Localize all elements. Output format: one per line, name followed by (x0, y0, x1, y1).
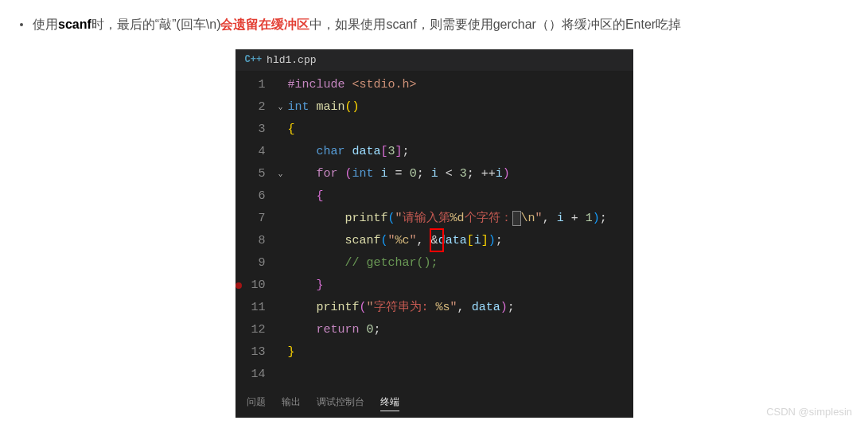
bullet-dot (20, 23, 23, 26)
tab-debug-console[interactable]: 调试控制台 (317, 395, 364, 411)
text-scanf: scanf (58, 18, 91, 31)
line-number: 13 (235, 341, 266, 364)
line-number: 1 (235, 74, 266, 96)
code-line-13[interactable]: } (288, 341, 633, 364)
breakpoint-indicator[interactable] (235, 282, 242, 289)
text-pre: 使用 (33, 18, 58, 31)
panel-tabs: 问题 输出 调试控制台 终端 (235, 389, 633, 418)
code-line-3[interactable]: { (288, 119, 633, 141)
line-number: 9 (235, 252, 266, 274)
fold-chevron-icon[interactable]: ⌄ (274, 96, 288, 119)
line-number-gutter: 1 2 3 4 5 6 7 8 9 10 11 12 13 14 (235, 71, 274, 389)
code-line-2[interactable]: int main() (288, 96, 633, 119)
code-line-7[interactable]: printf("请输入第%d个字符： \n", i + 1); (288, 208, 633, 230)
fold-gutter: ⌄ ⌄ (274, 71, 288, 389)
bullet-text: 使用scanf时，最后的“敲”(回车\n)会遗留在缓冲区中，如果使用scanf，… (33, 14, 681, 35)
editor: C++ hld1.cpp 1 2 3 4 5 6 7 8 9 10 11 12 … (235, 49, 633, 418)
tab-filename[interactable]: hld1.cpp (267, 54, 316, 66)
line-number: 3 (235, 119, 266, 141)
line-number: 14 (235, 364, 266, 386)
line-number: 12 (235, 319, 266, 341)
code-content[interactable]: #include <stdio.h> int main() { char dat… (288, 71, 633, 389)
code-line-5[interactable]: for (int i = 0; i < 3; ++i) (288, 163, 633, 185)
text-mid1: 时，最后的“敲”(回车\n) (91, 18, 221, 31)
line-number: 2 (235, 96, 266, 119)
code-line-9[interactable]: // getchar(); (288, 252, 633, 274)
fold-chevron-icon[interactable]: ⌄ (274, 163, 288, 185)
cpp-icon: C++ (245, 54, 263, 65)
code-line-6[interactable]: { (288, 185, 633, 208)
code-line-8[interactable]: scanf("%c", &data[i]); (288, 230, 633, 252)
line-number: 8 (235, 230, 266, 252)
text-red: 会遗留在缓冲区 (220, 18, 309, 31)
code-line-12[interactable]: return 0; (288, 319, 633, 341)
tab-output[interactable]: 输出 (282, 395, 301, 411)
code-line-4[interactable]: char data[3]; (288, 141, 633, 163)
tab-terminal[interactable]: 终端 (380, 395, 399, 411)
tab-problems[interactable]: 问题 (247, 395, 266, 411)
line-number: 5 (235, 163, 266, 185)
code-line-11[interactable]: printf("字符串为: %s", data); (288, 297, 633, 319)
code-line-1[interactable]: #include <stdio.h> (288, 74, 633, 96)
line-number: 7 (235, 208, 266, 230)
line-number: 6 (235, 185, 266, 208)
editor-tab-bar: C++ hld1.cpp (235, 49, 633, 71)
text-mid2: 中，如果使用scanf，则需要使用gerchar（）将缓冲区的Enter吃掉 (309, 18, 681, 31)
code-line-14[interactable] (288, 364, 633, 386)
bullet-line: 使用scanf时，最后的“敲”(回车\n)会遗留在缓冲区中，如果使用scanf，… (0, 0, 868, 35)
line-number: 4 (235, 141, 266, 163)
code-line-10[interactable]: } (288, 274, 633, 297)
watermark: CSDN @simplesin (766, 406, 852, 418)
code-area[interactable]: 1 2 3 4 5 6 7 8 9 10 11 12 13 14 ⌄ ⌄ #in… (235, 71, 633, 389)
line-number: 11 (235, 297, 266, 319)
